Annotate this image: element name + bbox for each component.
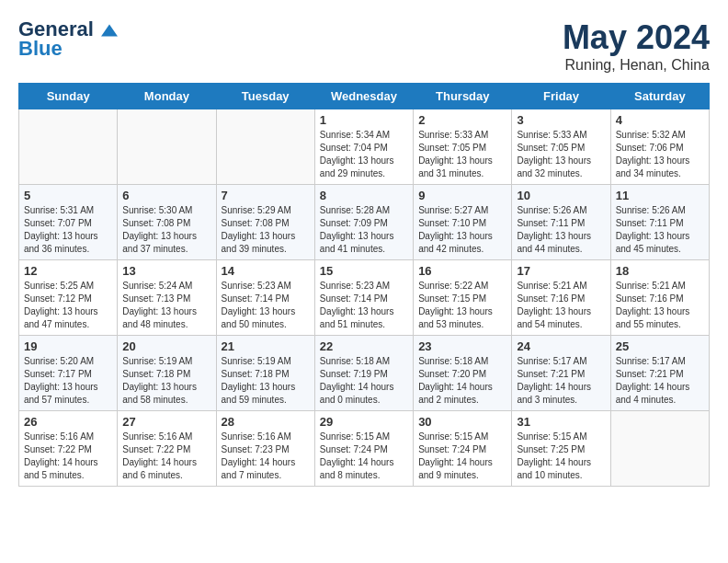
calendar-cell: 10Sunrise: 5:26 AM Sunset: 7:11 PM Dayli… [512, 185, 610, 260]
day-number: 11 [616, 189, 704, 202]
calendar-cell: 31Sunrise: 5:15 AM Sunset: 7:25 PM Dayli… [512, 411, 610, 487]
calendar-cell: 29Sunrise: 5:15 AM Sunset: 7:24 PM Dayli… [314, 411, 413, 487]
weekday-header-sunday: Sunday [19, 84, 118, 109]
day-detail: Sunrise: 5:26 AM Sunset: 7:11 PM Dayligh… [616, 204, 704, 256]
weekday-header-monday: Monday [118, 84, 216, 109]
day-number: 25 [616, 339, 704, 353]
day-number: 12 [24, 264, 112, 278]
day-detail: Sunrise: 5:15 AM Sunset: 7:24 PM Dayligh… [320, 431, 408, 482]
weekday-header-tuesday: Tuesday [216, 84, 314, 109]
day-detail: Sunrise: 5:18 AM Sunset: 7:20 PM Dayligh… [418, 355, 506, 407]
weekday-header-saturday: Saturday [610, 84, 709, 109]
calendar-cell: 14Sunrise: 5:23 AM Sunset: 7:14 PM Dayli… [216, 260, 314, 336]
calendar-cell: 17Sunrise: 5:21 AM Sunset: 7:16 PM Dayli… [512, 260, 610, 336]
day-detail: Sunrise: 5:28 AM Sunset: 7:09 PM Dayligh… [320, 204, 408, 256]
week-row-5: 26Sunrise: 5:16 AM Sunset: 7:22 PM Dayli… [19, 411, 710, 487]
day-detail: Sunrise: 5:23 AM Sunset: 7:14 PM Dayligh… [222, 280, 310, 331]
calendar-cell: 5Sunrise: 5:31 AM Sunset: 7:07 PM Daylig… [19, 185, 118, 260]
weekday-header-wednesday: Wednesday [314, 84, 413, 109]
calendar-cell: 12Sunrise: 5:25 AM Sunset: 7:12 PM Dayli… [19, 260, 118, 336]
header: General Blue May 2024 Runing, Henan, Chi… [18, 18, 710, 74]
day-number: 9 [418, 189, 506, 202]
week-row-2: 5Sunrise: 5:31 AM Sunset: 7:07 PM Daylig… [19, 185, 710, 260]
logo: General Blue [18, 18, 118, 61]
day-detail: Sunrise: 5:33 AM Sunset: 7:05 PM Dayligh… [517, 129, 605, 180]
day-detail: Sunrise: 5:19 AM Sunset: 7:18 PM Dayligh… [222, 355, 310, 407]
day-detail: Sunrise: 5:26 AM Sunset: 7:11 PM Dayligh… [517, 204, 605, 256]
svg-marker-0 [101, 25, 118, 37]
day-detail: Sunrise: 5:18 AM Sunset: 7:19 PM Dayligh… [320, 355, 408, 407]
day-number: 3 [517, 113, 605, 127]
day-detail: Sunrise: 5:29 AM Sunset: 7:08 PM Dayligh… [222, 204, 310, 256]
day-number: 24 [517, 339, 605, 353]
day-detail: Sunrise: 5:15 AM Sunset: 7:24 PM Dayligh… [418, 431, 506, 482]
day-detail: Sunrise: 5:16 AM Sunset: 7:22 PM Dayligh… [122, 431, 210, 482]
day-number: 16 [418, 264, 506, 278]
week-row-4: 19Sunrise: 5:20 AM Sunset: 7:17 PM Dayli… [19, 336, 710, 411]
day-detail: Sunrise: 5:24 AM Sunset: 7:13 PM Dayligh… [122, 280, 210, 331]
location: Runing, Henan, China [563, 57, 710, 74]
calendar-cell: 26Sunrise: 5:16 AM Sunset: 7:22 PM Dayli… [19, 411, 118, 487]
day-number: 2 [418, 113, 506, 127]
day-detail: Sunrise: 5:20 AM Sunset: 7:17 PM Dayligh… [24, 355, 112, 407]
day-number: 18 [616, 264, 704, 278]
calendar-cell: 25Sunrise: 5:17 AM Sunset: 7:21 PM Dayli… [610, 336, 709, 411]
calendar-cell: 6Sunrise: 5:30 AM Sunset: 7:08 PM Daylig… [118, 185, 216, 260]
day-number: 1 [320, 113, 408, 127]
day-detail: Sunrise: 5:33 AM Sunset: 7:05 PM Dayligh… [418, 129, 506, 180]
day-number: 27 [122, 415, 210, 429]
calendar-cell: 7Sunrise: 5:29 AM Sunset: 7:08 PM Daylig… [216, 185, 314, 260]
calendar-cell: 18Sunrise: 5:21 AM Sunset: 7:16 PM Dayli… [610, 260, 709, 336]
calendar-cell: 22Sunrise: 5:18 AM Sunset: 7:19 PM Dayli… [314, 336, 413, 411]
day-number: 10 [517, 189, 605, 202]
day-number: 8 [320, 189, 408, 202]
day-detail: Sunrise: 5:16 AM Sunset: 7:23 PM Dayligh… [222, 431, 310, 482]
calendar-cell [610, 411, 709, 487]
week-row-3: 12Sunrise: 5:25 AM Sunset: 7:12 PM Dayli… [19, 260, 710, 336]
calendar-cell: 21Sunrise: 5:19 AM Sunset: 7:18 PM Dayli… [216, 336, 314, 411]
calendar-cell: 23Sunrise: 5:18 AM Sunset: 7:20 PM Dayli… [414, 336, 512, 411]
calendar-cell: 24Sunrise: 5:17 AM Sunset: 7:21 PM Dayli… [512, 336, 610, 411]
day-number: 22 [320, 339, 408, 353]
day-detail: Sunrise: 5:21 AM Sunset: 7:16 PM Dayligh… [616, 280, 704, 331]
day-detail: Sunrise: 5:23 AM Sunset: 7:14 PM Dayligh… [320, 280, 408, 331]
weekday-header-row: SundayMondayTuesdayWednesdayThursdayFrid… [19, 84, 710, 109]
logo-icon [101, 24, 118, 37]
day-number: 13 [122, 264, 210, 278]
day-detail: Sunrise: 5:31 AM Sunset: 7:07 PM Dayligh… [24, 204, 112, 256]
calendar-cell: 8Sunrise: 5:28 AM Sunset: 7:09 PM Daylig… [314, 185, 413, 260]
logo-blue: Blue [18, 37, 63, 61]
day-number: 19 [24, 339, 112, 353]
calendar: SundayMondayTuesdayWednesdayThursdayFrid… [18, 83, 710, 487]
day-detail: Sunrise: 5:22 AM Sunset: 7:15 PM Dayligh… [418, 280, 506, 331]
calendar-cell: 9Sunrise: 5:27 AM Sunset: 7:10 PM Daylig… [414, 185, 512, 260]
day-number: 20 [122, 339, 210, 353]
day-number: 23 [418, 339, 506, 353]
day-number: 30 [418, 415, 506, 429]
calendar-cell: 4Sunrise: 5:32 AM Sunset: 7:06 PM Daylig… [610, 109, 709, 185]
day-number: 15 [320, 264, 408, 278]
calendar-cell: 1Sunrise: 5:34 AM Sunset: 7:04 PM Daylig… [314, 109, 413, 185]
calendar-cell: 11Sunrise: 5:26 AM Sunset: 7:11 PM Dayli… [610, 185, 709, 260]
day-detail: Sunrise: 5:25 AM Sunset: 7:12 PM Dayligh… [24, 280, 112, 331]
calendar-cell [118, 109, 216, 185]
day-number: 28 [222, 415, 310, 429]
day-detail: Sunrise: 5:30 AM Sunset: 7:08 PM Dayligh… [122, 204, 210, 256]
day-detail: Sunrise: 5:32 AM Sunset: 7:06 PM Dayligh… [616, 129, 704, 180]
day-number: 31 [517, 415, 605, 429]
title-area: May 2024 Runing, Henan, China [563, 18, 710, 74]
day-number: 26 [24, 415, 112, 429]
week-row-1: 1Sunrise: 5:34 AM Sunset: 7:04 PM Daylig… [19, 109, 710, 185]
calendar-cell: 30Sunrise: 5:15 AM Sunset: 7:24 PM Dayli… [414, 411, 512, 487]
day-number: 5 [24, 189, 112, 202]
day-number: 7 [222, 189, 310, 202]
day-number: 21 [222, 339, 310, 353]
day-detail: Sunrise: 5:27 AM Sunset: 7:10 PM Dayligh… [418, 204, 506, 256]
day-number: 4 [616, 113, 704, 127]
day-number: 17 [517, 264, 605, 278]
day-number: 6 [122, 189, 210, 202]
day-detail: Sunrise: 5:19 AM Sunset: 7:18 PM Dayligh… [122, 355, 210, 407]
calendar-cell: 3Sunrise: 5:33 AM Sunset: 7:05 PM Daylig… [512, 109, 610, 185]
day-detail: Sunrise: 5:17 AM Sunset: 7:21 PM Dayligh… [517, 355, 605, 407]
calendar-cell: 20Sunrise: 5:19 AM Sunset: 7:18 PM Dayli… [118, 336, 216, 411]
